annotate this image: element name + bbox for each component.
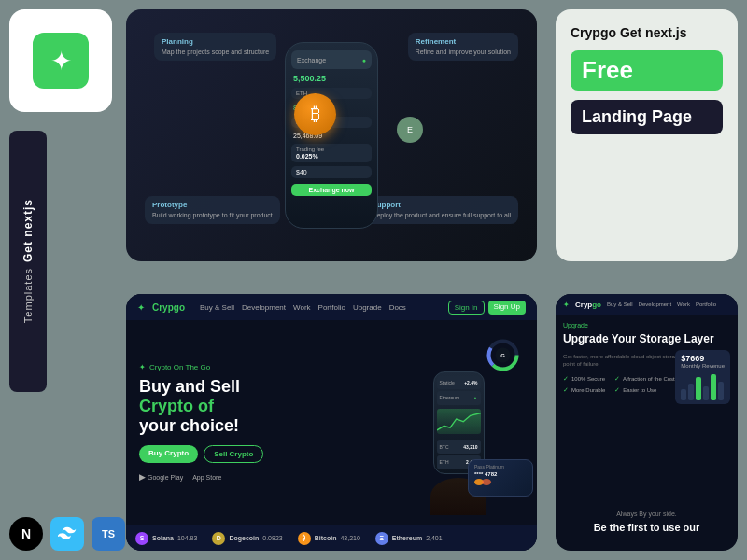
ticker-bitcoin: ₿ Bitcoin 43,210 xyxy=(298,532,360,545)
annotation-refinement: Refinement Refine and improve your solut… xyxy=(408,33,518,61)
lp-nav: ✦ Crypgo Buy & Sell Development Work Por… xyxy=(126,294,537,320)
landing-badge: Landing Page xyxy=(571,100,723,134)
app-phone-mockup: Exchange ● 5,500.25 ETH 87,382,471 ETC 2… xyxy=(285,42,378,229)
rp-stats-panel: $7669 Monthly Revenue xyxy=(675,350,730,404)
lp-cta-buttons: Buy Crypto Sell Crypto xyxy=(139,445,384,463)
ticker-ethereum: Ξ Ethereum 2,401 xyxy=(375,532,443,545)
bar-1 xyxy=(681,389,686,400)
ticker-solana: S Solana 104.83 xyxy=(135,532,197,545)
rp-headline: Upgrade Your Storage Layer xyxy=(563,332,730,347)
svg-text:G: G xyxy=(500,353,505,358)
bar-6 xyxy=(718,382,724,400)
lp-nav-portfolio: Portfolio xyxy=(318,303,345,312)
right-info-card: Crypgo Get next.js Free Landing Page xyxy=(556,9,738,261)
lp-graph-widget: G xyxy=(486,339,519,371)
rp-check-3: More Durable xyxy=(563,386,605,394)
bottom-landing-preview: ✦ Crypgo Buy & Sell Development Work Por… xyxy=(126,294,537,551)
rp-nav: ✦ Crypgo Buy & Sell Development Work Por… xyxy=(556,294,738,315)
right-info-title: Crypgo Get next.js xyxy=(571,24,723,41)
lp-headline-line3: your choice! xyxy=(139,416,384,436)
lp-store-links: ▶ Google Play App Store xyxy=(139,472,384,482)
rp-check-1: 100% Secure xyxy=(563,375,605,383)
lp-nav-upgrade: Upgrade xyxy=(353,303,382,312)
star-icon xyxy=(33,33,89,89)
lp-payment-card: Pass Platinum **** 4782 xyxy=(468,459,533,497)
lp-sell-crypto-button[interactable]: Sell Crypto xyxy=(204,445,263,463)
lp-nav-work: Work xyxy=(293,303,311,312)
dogecoin-dot: D xyxy=(212,532,225,545)
vertical-label: Get nextjs Templates xyxy=(9,131,47,392)
bar-3 xyxy=(696,377,701,400)
lp-headline: Buy and Sell Crypto of your choice! xyxy=(139,377,384,437)
rp-logo: Crypgo xyxy=(575,301,601,309)
lp-hero-phone: G Staticle +2.4% Ethereum ▲ xyxy=(393,329,524,515)
top-app-preview: Planning Map the projects scope and stru… xyxy=(126,9,537,261)
lp-nav-dev: Development xyxy=(242,303,286,312)
lp-hero-left: Crypto On The Go Buy and Sell Crypto of … xyxy=(139,329,384,515)
annotation-planning: Planning Map the projects scope and stru… xyxy=(154,33,276,61)
typescript-icon: TS xyxy=(92,517,125,551)
free-badge: Free xyxy=(571,50,723,91)
svg-marker-10 xyxy=(437,413,481,434)
bitcoin-coin: ₿ xyxy=(294,93,336,135)
rp-check-2: A fraction of the Cost xyxy=(614,375,675,383)
rp-bottom-section: Always By your side. Be the first to use… xyxy=(556,511,738,541)
rp-bar-chart xyxy=(681,372,725,400)
rp-upgrade-tag: Upgrade xyxy=(563,322,730,329)
right-bottom-preview: ✦ Crypgo Buy & Sell Development Work Por… xyxy=(556,294,738,551)
lp-headline-line2: Crypto of xyxy=(139,397,384,416)
lp-nav-docs: Docs xyxy=(389,303,406,312)
lp-signup-button[interactable]: Sign Up xyxy=(488,301,526,315)
bar-5 xyxy=(711,374,716,400)
lp-signin-button[interactable]: Sign In xyxy=(448,301,485,315)
lp-ticker-strip: S Solana 104.83 D Dogecoin 0.0823 ₿ Bitc… xyxy=(126,525,537,551)
tailwind-icon xyxy=(50,517,84,551)
lp-headline-line1: Buy and Sell xyxy=(139,377,384,398)
lp-hero: Crypto On The Go Buy and Sell Crypto of … xyxy=(126,320,537,525)
ticker-dogecoin: D Dogecoin 0.0823 xyxy=(212,532,282,545)
rp-nav-links: Buy & Sell Development Work Portfolio xyxy=(607,301,716,307)
logo-card xyxy=(9,9,112,112)
lp-buy-crypto-button[interactable]: Buy Crypto xyxy=(139,445,198,463)
lp-phone-mockup: Staticle +2.4% Ethereum ▲ BTC 43,210 xyxy=(433,371,485,474)
bitcoin-ticker-dot: ₿ xyxy=(298,532,311,545)
rp-check-4: Easier to Use xyxy=(614,386,656,394)
ethereum-dot: Ξ xyxy=(375,532,388,545)
annotation-support: Support Deploy the product and ensure fu… xyxy=(364,196,518,224)
bar-2 xyxy=(688,384,694,400)
lp-app-store[interactable]: App Store xyxy=(190,472,221,482)
lp-hero-tag: Crypto On The Go xyxy=(139,363,384,371)
annotation-prototype: Prototype Build working prototype to fit… xyxy=(145,196,280,224)
etc-orbit: E xyxy=(397,117,423,143)
solana-dot: S xyxy=(135,532,148,545)
exchange-now-button[interactable]: Exchange now xyxy=(291,184,372,196)
lp-logo: Crypgo xyxy=(152,302,185,313)
lp-nav-buy-sell: Buy & Sell xyxy=(200,303,234,312)
bar-4 xyxy=(703,386,709,400)
lp-google-play[interactable]: ▶ Google Play xyxy=(139,472,183,482)
lp-nav-links: Buy & Sell Development Work Portfolio Up… xyxy=(200,303,406,312)
nextjs-icon: N xyxy=(9,517,43,551)
